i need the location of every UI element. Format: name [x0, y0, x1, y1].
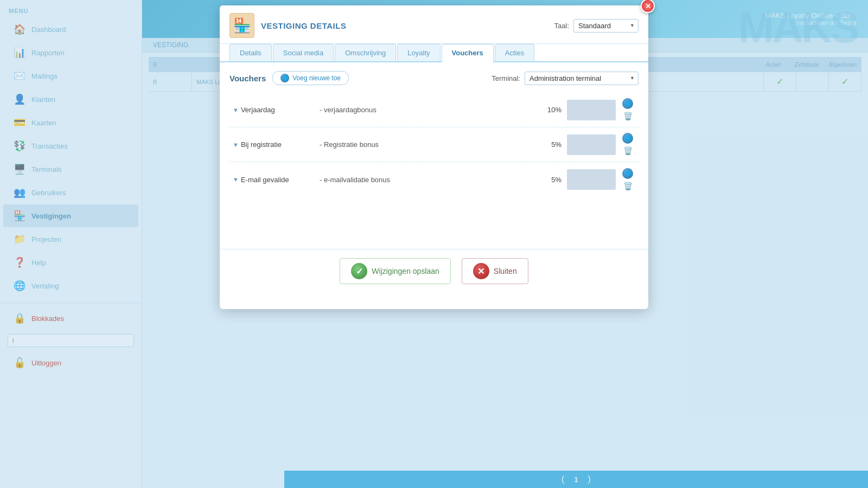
voucher-row-email-gevalide: ▼ E-mail gevalide - e-mailvalidatie bonu…: [229, 162, 639, 197]
voucher-delete-btn-3[interactable]: 🗑️: [622, 181, 633, 191]
taal-select-wrapper: Standaard: [573, 19, 639, 33]
voucher-color-box-2: [567, 134, 616, 155]
voeg-nieuwe-label: Voeg nieuwe toe: [292, 74, 341, 82]
vouchers-title: Vouchers: [229, 74, 266, 83]
modal-body: Vouchers 🌐 Voeg nieuwe toe Terminal: Adm…: [220, 62, 648, 249]
voucher-pct-1: 10%: [540, 106, 567, 114]
terminal-select[interactable]: Administration terminal: [525, 72, 639, 85]
vouchers-spacer: [229, 197, 639, 240]
tab-acties[interactable]: Acties: [495, 44, 534, 61]
modal-header: 🏪 VESTIGING DETAILS Taal: Standaard: [220, 5, 648, 44]
voucher-globe-btn-2[interactable]: 🌐: [622, 133, 633, 144]
voucher-color-box-3: [567, 169, 616, 190]
globe-icon: 🌐: [280, 74, 289, 82]
voucher-globe-btn-3[interactable]: 🌐: [622, 168, 633, 179]
close-button[interactable]: ✕ Sluiten: [462, 258, 528, 284]
voucher-delete-btn-1[interactable]: 🗑️: [622, 111, 633, 121]
close-x-icon: ✕: [645, 2, 651, 10]
voucher-actions-1: 🌐 🗑️: [620, 98, 635, 121]
voucher-desc-3: - e-mailvalidatie bonus: [320, 176, 540, 184]
voucher-chevron-3: ▼: [233, 176, 239, 183]
tab-omschrijving-label: Omschrijving: [345, 49, 386, 57]
modal-title: VESTIGING DETAILS: [261, 21, 346, 30]
voeg-nieuwe-button[interactable]: 🌐 Voeg nieuwe toe: [272, 71, 349, 85]
close-label: Sluiten: [494, 267, 517, 275]
tab-vouchers[interactable]: Vouchers: [442, 44, 494, 62]
tab-details[interactable]: Details: [229, 44, 272, 61]
modal-overlay: ✕ 🏪 VESTIGING DETAILS Taal: Standaard De…: [0, 0, 868, 488]
voucher-actions-2: 🌐 🗑️: [620, 133, 635, 156]
voucher-actions-3: 🌐 🗑️: [620, 168, 635, 191]
voucher-desc-2: - Registratie bonus: [320, 140, 540, 149]
voucher-chevron-2: ▼: [233, 142, 239, 148]
tab-acties-label: Acties: [505, 49, 524, 57]
voucher-pct-3: 5%: [540, 176, 567, 184]
voucher-name-2: ▼ Bij registratie: [233, 140, 320, 149]
taal-label: Taal:: [554, 22, 569, 30]
tab-loyalty-label: Loyalty: [407, 49, 430, 57]
terminal-select-wrapper: Administration terminal: [525, 72, 639, 85]
voucher-globe-btn-1[interactable]: 🌐: [622, 98, 633, 109]
modal-close-button[interactable]: ✕: [641, 0, 655, 13]
save-button[interactable]: ✓ Wijzigingen opslaan: [340, 258, 451, 284]
voucher-chevron-1: ▼: [233, 107, 239, 113]
taal-select[interactable]: Standaard: [573, 19, 639, 33]
voucher-row-verjaardag: ▼ Verjaardag - verjaardagbonus 10% 🌐 🗑️: [229, 93, 639, 127]
modal-tabs: Details Social media Omschrijving Loyalt…: [220, 44, 648, 62]
voucher-row-bij-registratie: ▼ Bij registratie - Registratie bonus 5%…: [229, 127, 639, 162]
tab-vouchers-label: Vouchers: [452, 49, 483, 57]
voucher-desc-1: - verjaardagbonus: [320, 106, 540, 114]
voucher-name-1: ▼ Verjaardag: [233, 106, 320, 114]
store-icon: 🏪: [229, 13, 254, 38]
modal-dialog: ✕ 🏪 VESTIGING DETAILS Taal: Standaard De…: [220, 5, 648, 309]
save-icon: ✓: [351, 263, 367, 279]
modal-footer: ✓ Wijzigingen opslaan ✕ Sluiten: [220, 249, 648, 293]
close-icon: ✕: [473, 263, 489, 279]
tab-social-media-label: Social media: [283, 49, 323, 57]
voucher-name-3: ▼ E-mail gevalide: [233, 176, 320, 184]
save-label: Wijzigingen opslaan: [372, 267, 439, 275]
tab-loyalty[interactable]: Loyalty: [397, 44, 440, 61]
voucher-color-box-1: [567, 100, 616, 120]
voucher-pct-2: 5%: [540, 140, 567, 149]
terminal-group: Terminal: Administration terminal: [492, 72, 639, 85]
voucher-list: ▼ Verjaardag - verjaardagbonus 10% 🌐 🗑️ …: [229, 93, 639, 197]
voucher-delete-btn-2[interactable]: 🗑️: [622, 145, 633, 156]
tab-social-media[interactable]: Social media: [273, 44, 334, 61]
vouchers-header: Vouchers 🌐 Voeg nieuwe toe Terminal: Adm…: [229, 71, 639, 85]
taal-group: Taal: Standaard: [554, 19, 639, 33]
tab-details-label: Details: [240, 49, 261, 57]
terminal-label: Terminal:: [492, 74, 520, 82]
tab-omschrijving[interactable]: Omschrijving: [335, 44, 396, 61]
